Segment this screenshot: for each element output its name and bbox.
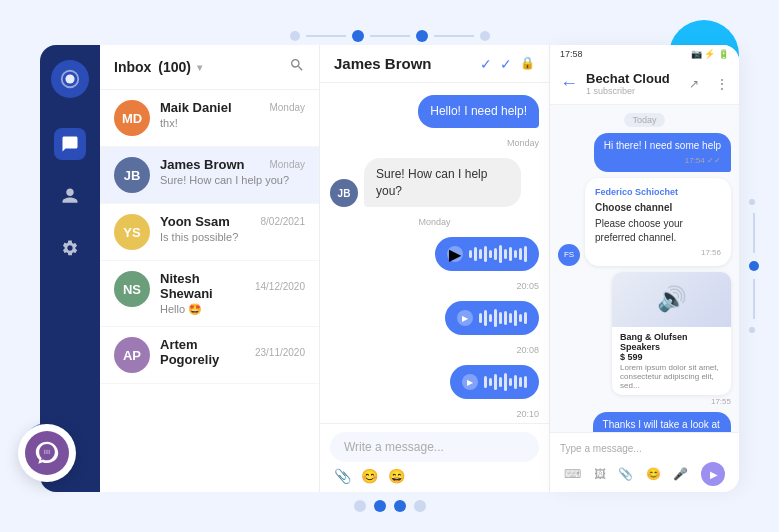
mobile-msg-sent-1: Hi there! I need some help 17:54 ✓✓ [594,133,731,172]
mobile-msg-received-card-1: Federico Schiochet Choose channel Please… [585,178,731,266]
wb [504,373,507,391]
mobile-msg-row-received-1: FS Federico Schiochet Choose channel Ple… [558,178,731,266]
check-icon: ✓ [480,56,492,72]
mobile-input-field[interactable]: Type a message... [558,439,731,458]
search-icon[interactable] [289,57,305,77]
wb [514,375,517,389]
chat-messages: Hello! I need help! Monday JB Sure! How … [320,83,549,423]
wb [509,313,512,323]
mobile-header: ← Bechat Cloud 1 subscriber ↗ ⋮ [550,63,739,105]
dot-2 [352,30,364,42]
back-button[interactable]: ← [560,73,578,94]
mobile-mic-icon[interactable]: 🎤 [673,467,688,481]
r-line-1 [753,213,755,253]
contact-name-row-yoon: Yoon Ssam 8/02/2021 [160,214,305,229]
settings-icon [61,239,79,257]
wb [514,310,517,326]
voice-time-1: 20:05 [330,281,539,291]
contact-preview-yoon: Is this possible? [160,231,305,243]
contact-item-james[interactable]: JB James Brown Monday Sure! How can I he… [100,147,319,204]
contact-item-yoon[interactable]: YS Yoon Ssam 8/02/2021 Is this possible? [100,204,319,261]
contact-date-yoon: 8/02/2021 [261,216,306,227]
mobile-keyboard-icon[interactable]: ⌨ [564,467,581,481]
more-icon[interactable]: ⋮ [715,76,729,92]
mobile-time: 17:58 [560,49,583,59]
mobile-attach-icon[interactable]: 📎 [618,467,633,481]
avatar-artem: AP [114,337,150,373]
contact-info-maik: Maik Daniel Monday thx! [160,100,305,129]
contact-item-nitesh[interactable]: NS Nitesh Shewani 14/12/2020 Hello 🤩 [100,261,319,327]
sidebar-logo [51,60,89,98]
mobile-image-icon[interactable]: 🖼 [594,467,606,481]
bottom-dot-1 [354,500,366,512]
contact-item-artem[interactable]: AP Artem Pogoreliy 23/11/2020 [100,327,319,384]
avatar-maik: MD [114,100,150,136]
wb [499,245,502,263]
mobile-msg-time-1: 17:54 ✓✓ [604,155,721,166]
mobile-chat-info: Bechat Cloud 1 subscriber [586,71,681,96]
chat-input-icons: 📎 😊 😄 [330,468,539,484]
voice-time-3: 20:10 [330,409,539,419]
dot-4 [480,31,490,41]
wb [499,312,502,324]
product-time: 17:55 [558,397,731,406]
chat-input-field[interactable]: Write a message... [330,432,539,462]
contact-item-maik[interactable]: MD Maik Daniel Monday thx! [100,90,319,147]
wb [489,250,492,258]
bottom-dot-3 [394,500,406,512]
product-card: 🔊 Bang & Olufsen Speakers $ 599 Lorem ip… [612,272,731,395]
avatar-james: JB [114,157,150,193]
avatar-nitesh: NS [114,271,150,307]
contact-info-yoon: Yoon Ssam 8/02/2021 Is this possible? [160,214,305,243]
contact-name-row-nitesh: Nitesh Shewani 14/12/2020 [160,271,305,301]
sidebar-item-settings[interactable] [54,232,86,264]
sticker-icon[interactable]: 😄 [388,468,405,484]
mobile-msg-row-product: FS 🔊 Bang & Olufsen Speakers $ 599 Lorem… [558,272,731,395]
wb [514,250,517,258]
lock-icon: 🔒 [520,56,535,72]
wb [494,309,497,327]
r-dot-3 [749,327,755,333]
bottom-dot-2 [374,500,386,512]
wb [524,312,527,324]
right-decoration [749,199,759,333]
contact-preview-maik: thx! [160,117,305,129]
play-btn-1[interactable]: ▶ [447,246,463,262]
wb [484,376,487,388]
contact-name-maik: Maik Daniel [160,100,232,115]
mobile-msg-text-1: Please choose your preferred channel. [595,217,721,245]
play-btn-2[interactable]: ▶ [457,310,473,326]
sidebar-item-chat[interactable] [54,128,86,160]
contact-preview-james: Sure! How can I help you? [160,174,305,186]
wb [494,374,497,390]
share-icon[interactable]: ↗ [689,77,699,91]
voice-msg-1: ▶ [435,237,539,271]
viber-logo [25,431,69,475]
wb [469,250,472,258]
inbox-count: (100) [158,59,191,75]
contact-name-james: James Brown [160,157,245,172]
avatar-yoon: YS [114,214,150,250]
sidebar-item-contacts[interactable] [54,180,86,212]
attach-icon[interactable]: 📎 [334,468,351,484]
play-btn-3[interactable]: ▶ [462,374,478,390]
r-dot-1 [749,199,755,205]
contact-name-row-maik: Maik Daniel Monday [160,100,305,115]
wb [524,376,527,388]
mobile-send-button[interactable]: ▶ [701,462,725,486]
emoji-icon[interactable]: 😊 [361,468,378,484]
mobile-date-label: Today [624,113,664,127]
contact-name-nitesh: Nitesh Shewani [160,271,255,301]
avatar-james-chat: JB [330,179,358,207]
contact-name-yoon: Yoon Ssam [160,214,230,229]
mobile-emoji-icon[interactable]: 😊 [646,467,661,481]
dot-1 [290,31,300,41]
voice-waves-1 [469,245,527,263]
wb [489,378,492,386]
contact-date-nitesh: 14/12/2020 [255,281,305,292]
inbox-title: Inbox (100) ▾ [114,59,202,75]
wb [499,377,502,387]
msg-time-monday-2: Monday [330,217,539,227]
contact-info-nitesh: Nitesh Shewani 14/12/2020 Hello 🤩 [160,271,305,316]
chat-input-area: Write a message... 📎 😊 😄 [320,423,549,492]
